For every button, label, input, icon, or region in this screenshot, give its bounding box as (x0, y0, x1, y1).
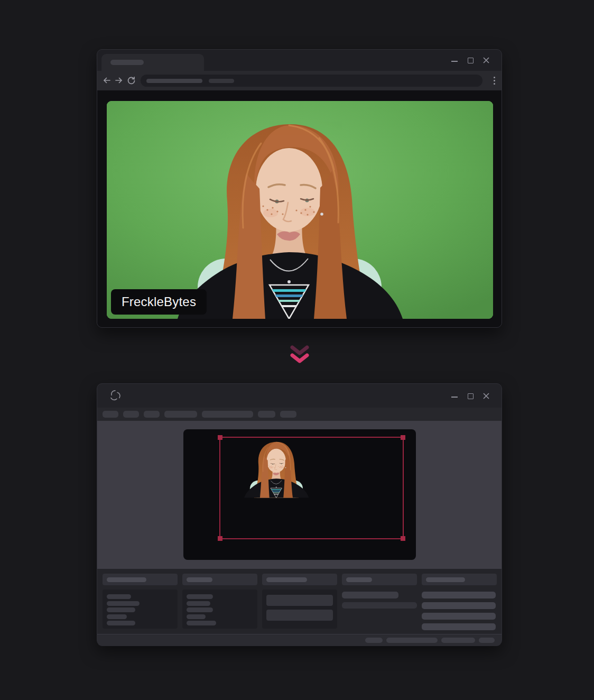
page-background: FreckleBytes (0, 0, 594, 700)
minimize-button[interactable] (451, 392, 458, 400)
dock-transitions (342, 574, 417, 634)
tab-title-placeholder (110, 60, 144, 65)
menu-item-placeholder[interactable] (123, 411, 139, 418)
menu-item-placeholder[interactable] (164, 411, 197, 418)
mixer-channel-placeholder[interactable] (266, 595, 333, 606)
list-item-placeholder[interactable] (187, 601, 210, 606)
dock-controls-body (422, 590, 497, 629)
dock-transitions-body (342, 590, 417, 629)
video-watermark-label: FreckleBytes (111, 289, 207, 315)
dock-title-placeholder (107, 577, 146, 582)
dock-mixer-body (262, 590, 337, 629)
list-item-placeholder[interactable] (107, 601, 140, 606)
list-item-placeholder[interactable] (187, 621, 216, 625)
browser-tab[interactable] (101, 54, 204, 71)
source-selection-box[interactable] (219, 437, 404, 539)
app-titlebar (97, 384, 502, 408)
dock-sources-list (182, 590, 257, 629)
dock-scenes-list (103, 590, 178, 629)
maximize-button[interactable] (467, 392, 474, 400)
list-item-placeholder[interactable] (187, 594, 213, 599)
app-menu-bar (97, 408, 502, 421)
status-item-placeholder (479, 638, 495, 643)
status-item-placeholder (441, 638, 475, 643)
dock-controls-header[interactable] (422, 574, 497, 585)
list-item-placeholder[interactable] (107, 614, 127, 619)
dock-mixer-blocks (262, 590, 337, 629)
selection-handle-bottom-left[interactable] (218, 536, 222, 541)
preview-canvas (183, 429, 416, 560)
control-button-placeholder[interactable] (422, 613, 496, 620)
dock-sources-body (182, 590, 257, 629)
dock-sources-header[interactable] (182, 574, 257, 585)
minimize-button[interactable] (451, 57, 458, 64)
dock-title-placeholder (187, 577, 212, 582)
dock-scenes-header[interactable] (103, 574, 178, 585)
address-bar[interactable] (141, 75, 482, 87)
status-item-placeholder (386, 638, 438, 643)
selection-handle-bottom-right[interactable] (401, 536, 405, 541)
list-item-placeholder[interactable] (187, 607, 213, 612)
selection-handle-top-left[interactable] (218, 435, 222, 440)
browser-toolbar (97, 71, 502, 90)
list-item-placeholder[interactable] (107, 607, 135, 612)
url-text-placeholder (209, 79, 234, 83)
row-placeholder[interactable] (342, 592, 398, 598)
dock-title-placeholder (266, 577, 307, 582)
browser-window-controls (451, 50, 490, 71)
dock-scenes (103, 574, 178, 634)
control-button-placeholder[interactable] (422, 592, 496, 598)
dock-transitions-rows (342, 590, 417, 609)
control-button-placeholder[interactable] (422, 602, 496, 609)
menu-item-placeholder[interactable] (103, 411, 118, 418)
dock-mixer (262, 574, 337, 634)
status-item-placeholder (365, 638, 383, 643)
back-arrow-icon[interactable] (103, 76, 111, 85)
refresh-icon[interactable] (127, 76, 136, 85)
browser-window: FreckleBytes (97, 49, 502, 328)
preview-area (97, 421, 502, 569)
maximize-button[interactable] (467, 57, 474, 64)
close-button[interactable] (482, 392, 490, 400)
dock-panels (97, 569, 502, 634)
app-status-bar (97, 634, 502, 646)
list-item-placeholder[interactable] (107, 594, 131, 599)
selection-handle-top-right[interactable] (401, 435, 405, 440)
close-button[interactable] (482, 57, 490, 64)
app-logo-spiral-icon (109, 389, 122, 402)
dock-scenes-body (103, 590, 178, 629)
menu-item-placeholder[interactable] (280, 411, 296, 418)
dock-title-placeholder (426, 577, 465, 582)
webcam-video-greenscreen: FreckleBytes (107, 101, 493, 319)
control-button-placeholder[interactable] (422, 623, 496, 630)
app-window-controls (451, 384, 490, 408)
browser-menu-icon[interactable] (494, 77, 496, 86)
url-text-placeholder (146, 79, 202, 83)
dock-controls (422, 574, 497, 634)
double-chevron-down-icon (288, 344, 311, 368)
streaming-app-window (97, 383, 502, 646)
list-item-placeholder[interactable] (107, 621, 135, 625)
menu-item-placeholder[interactable] (202, 411, 253, 418)
list-item-placeholder[interactable] (187, 614, 206, 619)
menu-item-placeholder[interactable] (258, 411, 275, 418)
mixer-channel-placeholder[interactable] (266, 610, 333, 621)
menu-item-placeholder[interactable] (144, 411, 160, 418)
browser-viewport: FreckleBytes (97, 90, 502, 327)
dock-transitions-header[interactable] (342, 574, 417, 585)
row-placeholder[interactable] (342, 602, 417, 609)
forward-arrow-icon[interactable] (115, 76, 123, 85)
dock-title-placeholder (346, 577, 372, 582)
dock-sources (182, 574, 257, 634)
dock-controls-buttons (422, 590, 497, 630)
dock-mixer-header[interactable] (262, 574, 337, 585)
